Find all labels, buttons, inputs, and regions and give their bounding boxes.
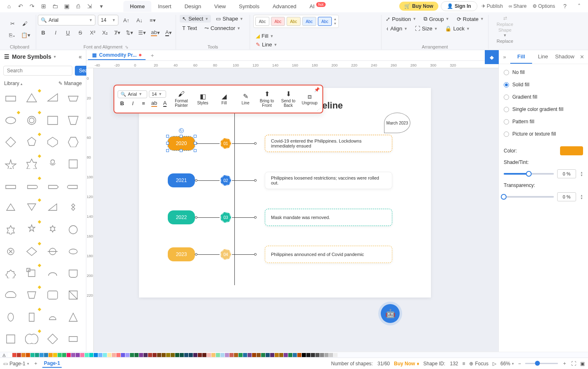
color-chip[interactable] <box>39 353 44 357</box>
color-chip[interactable] <box>261 353 265 357</box>
zoom-value[interactable]: 66%▾ <box>500 361 514 367</box>
strike-button[interactable]: S <box>75 27 86 38</box>
color-chip[interactable] <box>198 353 202 357</box>
shape-thumbnail[interactable] <box>65 112 81 127</box>
style-gallery[interactable]: Abc Abc Abc Abc Abc ▲▼ <box>253 15 339 28</box>
style-chip[interactable]: Abc <box>318 17 332 26</box>
shape-thumbnail[interactable] <box>2 200 19 214</box>
page-indicator[interactable]: ▭Page-1▾ <box>3 361 29 367</box>
shape-thumbnail[interactable] <box>23 200 40 214</box>
style-chip[interactable]: Abc <box>302 17 316 26</box>
shape-thumbnail[interactable] <box>65 309 81 324</box>
color-chip[interactable] <box>53 353 57 357</box>
open-icon[interactable]: 🗀 <box>50 1 60 11</box>
color-chip[interactable] <box>162 353 166 357</box>
ft-line[interactable]: ✎Line <box>236 93 255 106</box>
ft-send-back[interactable]: ⬇Send to Back <box>279 90 298 108</box>
add-page-button[interactable]: ＋ <box>33 360 38 367</box>
color-chip[interactable] <box>157 353 161 357</box>
manage-link[interactable]: ✎ Manage <box>58 81 82 86</box>
ft-italic[interactable]: I <box>128 99 137 108</box>
color-chip[interactable] <box>125 353 130 357</box>
print-icon[interactable]: ⎙ <box>73 1 83 11</box>
position-dropdown[interactable]: ⤢Position▼ <box>383 15 419 23</box>
eyedropper-icon[interactable]: ◬ <box>2 353 6 357</box>
shape-thumbnail[interactable] <box>2 112 19 127</box>
shape-tool[interactable]: ▭Shape▼ <box>213 15 246 23</box>
library-toggle[interactable]: Library ▴ <box>4 81 23 86</box>
color-chip[interactable] <box>257 353 261 357</box>
shape-thumbnail[interactable] <box>2 243 19 258</box>
size-dropdown[interactable]: ⛶Size▼ <box>412 25 440 32</box>
color-chip[interactable] <box>121 353 125 357</box>
align-dropdown[interactable]: ⫞Align▼ <box>383 25 410 32</box>
shape-thumbnail[interactable] <box>23 287 40 302</box>
color-chip[interactable] <box>49 353 53 357</box>
copy-button[interactable]: ⎘▾ <box>7 30 18 40</box>
buy-now-button[interactable]: 🛒Buy Now <box>399 2 438 11</box>
shape-thumbnail[interactable] <box>65 200 81 214</box>
color-chip[interactable] <box>243 353 247 357</box>
color-chip[interactable] <box>85 353 89 357</box>
shape-thumbnail[interactable] <box>44 331 61 346</box>
ft-bold[interactable]: B <box>118 99 127 108</box>
increase-font-button[interactable]: A↑ <box>121 15 132 25</box>
search-input[interactable] <box>3 66 72 76</box>
shape-thumbnail[interactable] <box>44 243 61 258</box>
color-chip[interactable] <box>302 353 306 357</box>
transparency-spinner[interactable]: ▲▼ <box>580 194 583 200</box>
play-icon[interactable]: ▷ <box>493 361 496 367</box>
new-icon[interactable]: ⊞ <box>39 1 49 11</box>
zoom-in-button[interactable]: ＋ <box>562 360 567 367</box>
floating-toolbar[interactable]: 🔍Arial▼ 14▼ B I ≡ ab A 🖌Format Painter ◧… <box>113 85 323 113</box>
color-chip[interactable] <box>21 353 25 357</box>
shape-thumbnail[interactable] <box>2 134 19 149</box>
zoom-slider[interactable] <box>525 363 558 364</box>
fullscreen-icon[interactable]: ▣ <box>580 361 585 367</box>
fit-icon[interactable]: ⛶ <box>571 361 576 367</box>
shade-value[interactable]: 0 % <box>557 169 576 178</box>
shape-thumbnail[interactable] <box>2 221 19 236</box>
shape-thumbnail[interactable] <box>44 287 61 302</box>
fill-tool-icon[interactable]: ◆ <box>485 50 499 64</box>
tab-home[interactable]: Home <box>123 1 151 12</box>
color-chip[interactable] <box>252 353 256 357</box>
italic-button[interactable]: I <box>50 27 61 38</box>
color-chip[interactable] <box>116 353 120 357</box>
shape-thumbnail[interactable] <box>65 221 81 236</box>
superscript-button[interactable]: X² <box>87 27 98 38</box>
highlight-button[interactable]: ab▾ <box>149 27 161 38</box>
color-chip[interactable] <box>94 353 98 357</box>
sign-in-button[interactable]: 👤Sign In <box>441 1 477 11</box>
color-chip[interactable] <box>58 353 62 357</box>
rp-tab-line[interactable]: Line <box>532 50 554 64</box>
page[interactable]: imeline March 2023 2020 ↻ <box>139 88 431 298</box>
color-chip[interactable] <box>315 353 319 357</box>
tab-insert[interactable]: Insert <box>151 1 178 12</box>
line-dropdown[interactable]: ✎Line▼ <box>253 41 289 48</box>
ft-fill[interactable]: ◢Fill <box>215 93 234 106</box>
dialog-launcher-icon[interactable]: ⬂ <box>125 45 128 49</box>
shape-thumbnail[interactable] <box>23 221 40 236</box>
color-chip[interactable] <box>189 353 193 357</box>
color-chip[interactable] <box>297 353 301 357</box>
more-icon[interactable]: ▾ <box>96 1 106 11</box>
step-badge[interactable]: 03 <box>220 212 231 223</box>
scroll-down-icon[interactable]: ▼ <box>333 22 337 25</box>
tab-view[interactable]: View <box>208 1 232 12</box>
color-chip[interactable] <box>26 353 30 357</box>
shape-thumbnail[interactable] <box>65 243 81 258</box>
rotate-handle[interactable]: ↻ <box>179 128 184 133</box>
style-chip[interactable]: Abc <box>271 17 285 26</box>
color-chip[interactable] <box>171 353 175 357</box>
color-chip[interactable] <box>202 353 206 357</box>
page-tab[interactable]: Page-1 <box>42 360 62 368</box>
color-chip[interactable] <box>17 353 21 357</box>
color-chip[interactable] <box>234 353 238 357</box>
shape-thumbnail[interactable] <box>65 178 81 193</box>
font-family-select[interactable]: 🔍Arial▼ <box>38 15 95 25</box>
redo-icon[interactable]: ↷ <box>27 1 37 11</box>
shape-thumbnail[interactable] <box>23 134 40 149</box>
undo-icon[interactable]: ↶ <box>16 1 25 11</box>
step-badge[interactable]: 02 <box>220 175 231 186</box>
